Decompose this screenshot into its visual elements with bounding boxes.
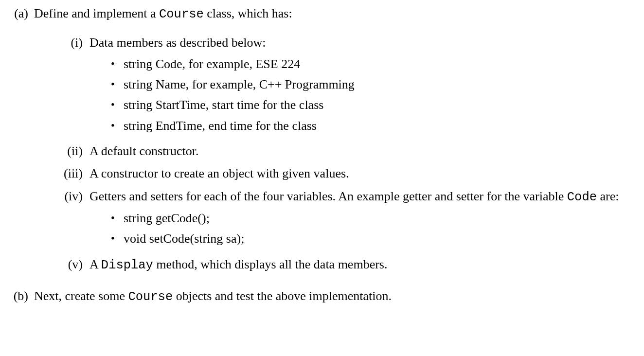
item-v: (v) A Display method, which displays all… xyxy=(52,255,629,275)
item-a-code-word: Course xyxy=(159,7,204,21)
item-i-text: Data members as described below: xyxy=(89,36,266,50)
list-item: • string StartTime, start time for the c… xyxy=(111,95,629,115)
item-iii: (iii) A constructor to create an object … xyxy=(52,164,629,183)
bullet-text: string StartTime, start time for the cla… xyxy=(124,95,629,115)
item-b-text-2: objects and test the above implementatio… xyxy=(173,289,392,303)
bullet-icon: • xyxy=(111,210,124,227)
list-item: • string EndTime, end time for the class xyxy=(111,116,629,136)
item-a-label: (a) xyxy=(7,4,34,23)
item-ii-label: (ii) xyxy=(52,142,89,161)
item-a-text-1: Define and implement a xyxy=(34,6,159,20)
item-iv-bullets: • string getCode(); • void setCode(strin… xyxy=(111,209,629,249)
item-b-text-1: Next, create some xyxy=(34,289,128,303)
bullet-icon: • xyxy=(111,56,124,72)
list-item: • string Name, for example, C++ Programm… xyxy=(111,75,629,94)
bullet-text: string Code, for example, ESE 224 xyxy=(124,54,629,74)
bullet-icon: • xyxy=(111,97,124,113)
item-v-text-2: method, which displays all the data memb… xyxy=(153,257,388,271)
item-b-body: Next, create some Course objects and tes… xyxy=(34,286,629,307)
item-ii: (ii) A default constructor. xyxy=(52,142,629,161)
item-iv: (iv) Getters and setters for each of the… xyxy=(52,187,629,252)
item-v-text-1: A xyxy=(89,257,101,271)
item-iv-code-word: Code xyxy=(567,190,597,204)
item-v-code-word: Display xyxy=(101,258,153,272)
item-a-text-2: class, which has: xyxy=(204,6,292,20)
list-item: • string getCode(); xyxy=(111,209,629,228)
bullet-text: string EndTime, end time for the class xyxy=(124,116,629,136)
bullet-icon: • xyxy=(111,118,124,134)
item-iii-label: (iii) xyxy=(52,164,89,183)
item-iv-label: (iv) xyxy=(52,187,89,206)
item-i-body: Data members as described below: • strin… xyxy=(89,33,629,139)
item-ii-text: A default constructor. xyxy=(89,144,199,158)
item-iv-text-2: are: xyxy=(597,189,619,203)
item-i: (i) Data members as described below: • s… xyxy=(52,33,629,139)
item-b: (b) Next, create some Course objects and… xyxy=(7,286,629,307)
list-item: • void setCode(string sa); xyxy=(111,229,629,249)
item-i-label: (i) xyxy=(52,33,89,53)
item-i-bullets: • string Code, for example, ESE 224 • st… xyxy=(111,54,629,136)
item-iv-body: Getters and setters for each of the four… xyxy=(89,187,629,252)
item-a-body: Define and implement a Course class, whi… xyxy=(34,4,629,278)
item-a: (a) Define and implement a Course class,… xyxy=(7,4,629,278)
item-iv-text-1: Getters and setters for each of the four… xyxy=(89,189,567,203)
bullet-text: string Name, for example, C++ Programmin… xyxy=(124,75,629,94)
document-page: (a) Define and implement a Course class,… xyxy=(0,0,644,356)
item-v-body: A Display method, which displays all the… xyxy=(89,255,629,275)
item-b-code-word: Course xyxy=(128,290,173,304)
bullet-text: void setCode(string sa); xyxy=(124,229,629,249)
item-iii-body: A constructor to create an object with g… xyxy=(89,164,629,183)
roman-list: (i) Data members as described below: • s… xyxy=(52,33,629,275)
item-iii-text: A constructor to create an object with g… xyxy=(89,166,349,180)
item-ii-body: A default constructor. xyxy=(89,142,629,161)
bullet-text: string getCode(); xyxy=(124,209,629,228)
list-item: • string Code, for example, ESE 224 xyxy=(111,54,629,74)
bullet-icon: • xyxy=(111,76,124,93)
bullet-icon: • xyxy=(111,231,124,247)
item-b-label: (b) xyxy=(7,286,34,306)
item-v-label: (v) xyxy=(52,255,89,274)
